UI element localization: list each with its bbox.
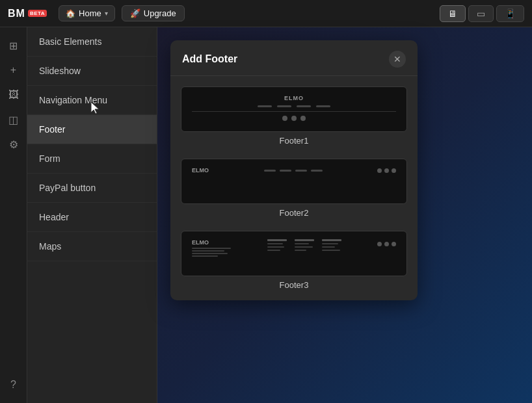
home-label: Home xyxy=(79,8,101,18)
home-icon: 🏠 xyxy=(66,9,75,18)
device-selector: 🖥 ▭ 📱 xyxy=(440,5,524,22)
add-footer-modal: Add Footer ✕ ELMO Footer1 xyxy=(170,40,418,300)
panel-item-navigation-menu[interactable]: Navigation Menu xyxy=(27,86,157,115)
logo: BM BETA xyxy=(8,8,47,20)
sidebar-icon-image[interactable]: 🖼 xyxy=(3,84,24,105)
panel-item-footer[interactable]: Footer xyxy=(27,115,157,144)
modal-title: Add Footer xyxy=(182,53,237,65)
left-sidebar: ⊞ + 🖼 ◫ ⚙ ? xyxy=(0,27,27,403)
logo-text: BM xyxy=(8,8,25,20)
modal-body: ELMO Footer1 ELMO xyxy=(170,76,418,300)
topbar: BM BETA 🏠 Home ▾ 🚀 Upgrade 🖥 ▭ 📱 xyxy=(0,0,532,27)
sidebar-icon-grid[interactable]: ⊞ xyxy=(3,35,24,56)
footer3-preview[interactable]: ELMO xyxy=(181,231,407,276)
modal-overlay: Add Footer ✕ ELMO Footer1 xyxy=(157,27,532,403)
panel-item-paypal-button[interactable]: PayPal button xyxy=(27,174,157,203)
panel-item-header[interactable]: Header xyxy=(27,203,157,232)
footer3-label: Footer3 xyxy=(181,280,407,290)
footer-template-2[interactable]: ELMO Footer2 xyxy=(181,159,407,218)
modal-header: Add Footer ✕ xyxy=(170,40,418,76)
sidebar-icon-layers[interactable]: ◫ xyxy=(3,109,24,130)
footer2-label: Footer2 xyxy=(181,208,407,218)
panel-item-basic-elements[interactable]: Basic Elements xyxy=(27,27,157,57)
upgrade-button[interactable]: 🚀 Upgrade xyxy=(122,5,185,21)
modal-close-button[interactable]: ✕ xyxy=(389,51,406,68)
panel-item-slideshow[interactable]: Slideshow xyxy=(27,57,157,86)
mobile-view-button[interactable]: 📱 xyxy=(496,5,524,22)
footer1-preview[interactable]: ELMO xyxy=(181,86,407,132)
footer1-label: Footer1 xyxy=(181,136,407,146)
footer2-preview[interactable]: ELMO xyxy=(181,159,407,204)
panel-item-form[interactable]: Form xyxy=(27,144,157,174)
help-icon[interactable]: ? xyxy=(3,374,24,395)
desktop-view-button[interactable]: 🖥 xyxy=(440,5,466,22)
tablet-view-button[interactable]: ▭ xyxy=(468,5,494,22)
sidebar-icon-settings[interactable]: ⚙ xyxy=(3,134,24,155)
beta-badge: BETA xyxy=(28,10,47,17)
upgrade-icon: 🚀 xyxy=(130,8,140,18)
chevron-down-icon: ▾ xyxy=(105,10,108,17)
panel-item-maps[interactable]: Maps xyxy=(27,232,157,261)
close-icon: ✕ xyxy=(393,54,401,64)
upgrade-label: Upgrade xyxy=(144,8,176,18)
footer-template-3[interactable]: ELMO xyxy=(181,231,407,290)
home-button[interactable]: 🏠 Home ▾ xyxy=(59,5,115,21)
sidebar-icon-add[interactable]: + xyxy=(3,60,24,81)
footer-template-1[interactable]: ELMO Footer1 xyxy=(181,86,407,146)
elements-panel: Basic Elements Slideshow Navigation Menu… xyxy=(27,27,157,403)
